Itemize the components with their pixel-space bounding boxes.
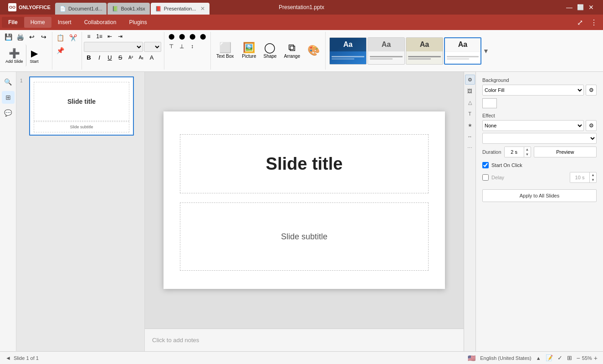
- theme-1[interactable]: Aa: [329, 37, 367, 65]
- menu-insert[interactable]: Insert: [51, 17, 78, 28]
- quick-redo-btn[interactable]: ↪: [38, 32, 49, 42]
- bg-color-swatch[interactable]: [482, 98, 497, 108]
- sidebar-search-btn[interactable]: 🔍: [2, 76, 15, 88]
- cut-btn[interactable]: ✂️: [67, 32, 79, 44]
- slide-settings-icon[interactable]: ⚙: [465, 75, 475, 85]
- main-canvas-area: Slide title Slide subtitle: [145, 72, 464, 329]
- delay-checkbox[interactable]: [482, 174, 489, 181]
- quick-save-btn[interactable]: 💾: [3, 32, 14, 42]
- font-color-btn[interactable]: A: [147, 53, 157, 62]
- language-label[interactable]: English (United States): [480, 355, 531, 361]
- theme-2[interactable]: Aa: [368, 37, 405, 65]
- kebab-menu-icon[interactable]: ⋮: [587, 18, 601, 27]
- notes-area[interactable]: Click to add notes: [145, 329, 464, 351]
- apply-all-slides-btn[interactable]: Apply to All Slides: [482, 189, 597, 202]
- effect-sub-select[interactable]: [482, 133, 597, 144]
- shape-settings-icon[interactable]: △: [465, 97, 475, 107]
- indent-increase-btn[interactable]: ⇥: [115, 32, 125, 41]
- menu-home[interactable]: Home: [24, 17, 51, 28]
- themes-dropdown-btn[interactable]: ▼: [482, 37, 490, 65]
- effect-section: Effect None ⚙: [482, 113, 597, 144]
- slide-nav-prev-btn[interactable]: ◄: [5, 355, 11, 361]
- minimize-btn[interactable]: —: [566, 4, 572, 11]
- restore-btn[interactable]: ⬜: [577, 4, 584, 10]
- insert-textbox-btn[interactable]: ⬜ Text Box: [213, 35, 237, 67]
- duration-down-btn[interactable]: ▼: [524, 152, 531, 157]
- effect-type-select[interactable]: None: [482, 120, 584, 131]
- effect-label: Effect: [482, 113, 597, 118]
- duration-input[interactable]: [505, 147, 524, 157]
- theme-4[interactable]: Aa: [444, 37, 481, 65]
- slide-title-box[interactable]: Slide title: [180, 134, 429, 193]
- delay-input[interactable]: [570, 172, 589, 182]
- slide-canvas[interactable]: Slide title Slide subtitle: [164, 111, 445, 289]
- subscript-btn[interactable]: A₂: [136, 53, 146, 62]
- copy-btn[interactable]: 📋: [54, 32, 66, 44]
- theme-3[interactable]: Aa: [406, 37, 443, 65]
- background-settings-btn[interactable]: ⚙: [586, 85, 597, 96]
- spell-check-icon[interactable]: ✓: [557, 354, 562, 361]
- transition-icon[interactable]: ↔: [465, 131, 475, 142]
- italic-btn[interactable]: I: [94, 53, 104, 62]
- background-type-select[interactable]: Color Fill: [482, 85, 584, 96]
- zoom-in-btn[interactable]: +: [594, 354, 598, 362]
- sidebar-slides-btn[interactable]: ⊞: [2, 91, 15, 104]
- close-btn[interactable]: ✕: [588, 4, 594, 11]
- arrange-dropdown-btn[interactable]: ⧉ Arrange: [281, 35, 303, 67]
- insert-shape-btn[interactable]: ◯ Shape: [261, 35, 279, 67]
- align-left-btn[interactable]: ⬤: [166, 32, 176, 41]
- paint-icon: 🎨: [307, 46, 320, 56]
- font-size-select[interactable]: [144, 42, 161, 52]
- delay-up-btn[interactable]: ▲: [590, 172, 596, 177]
- tab-excel[interactable]: 📗 Book1.xlsx: [107, 3, 149, 15]
- paste-btn[interactable]: 📌: [54, 45, 66, 56]
- presentation-tab-close[interactable]: ✕: [200, 5, 205, 12]
- text-settings-icon[interactable]: T: [465, 109, 475, 119]
- effect-settings-btn[interactable]: ⚙: [586, 120, 597, 131]
- insert-picture-btn[interactable]: 🖼️ Picture: [239, 35, 259, 67]
- indent-decrease-btn[interactable]: ⇤: [105, 32, 115, 41]
- superscript-btn[interactable]: A²: [126, 53, 136, 62]
- quick-undo-btn[interactable]: ↩: [26, 32, 37, 42]
- duration-up-btn[interactable]: ▲: [524, 147, 531, 152]
- preview-btn[interactable]: Preview: [534, 147, 597, 157]
- valign-top-btn[interactable]: ⊤: [166, 42, 176, 51]
- slide-subtitle-box[interactable]: Slide subtitle: [180, 202, 429, 271]
- more-settings-icon[interactable]: ⋯: [465, 143, 475, 153]
- line-spacing-btn[interactable]: ↕: [187, 42, 197, 51]
- justify-btn[interactable]: ⬤: [198, 32, 208, 41]
- paint-dropdown-btn[interactable]: 🎨: [305, 35, 322, 67]
- start-on-click-checkbox[interactable]: [482, 162, 489, 168]
- font-family-select[interactable]: [84, 42, 143, 52]
- numbering-btn[interactable]: 1≡: [94, 32, 104, 41]
- start-presentation-btn[interactable]: ▶ Start: [27, 45, 41, 66]
- sidebar-comments-btn[interactable]: 💬: [2, 106, 15, 119]
- align-center-btn[interactable]: ⬤: [177, 32, 187, 41]
- menu-plugins[interactable]: Plugins: [123, 17, 153, 28]
- expand-icon[interactable]: ⤢: [573, 18, 587, 27]
- underline-btn[interactable]: U: [105, 53, 115, 62]
- valign-middle-btn[interactable]: ⊥: [177, 42, 187, 51]
- slide-thumbnail-1[interactable]: Slide title Slide subtitle: [29, 76, 134, 136]
- bullets-btn[interactable]: ≡: [84, 32, 94, 41]
- menu-collaboration[interactable]: Collaboration: [78, 17, 123, 28]
- left-sidebar: 🔍 ⊞ 💬: [0, 72, 16, 351]
- image-settings-icon[interactable]: 🖼: [465, 86, 475, 96]
- language-dropdown-icon[interactable]: ▲: [536, 355, 541, 361]
- animation-icon[interactable]: ★: [465, 120, 475, 130]
- add-slide-btn[interactable]: ➕ Add Slide: [3, 45, 26, 66]
- tab-document[interactable]: 📄 Document1.d...: [55, 3, 107, 15]
- strikethrough-btn[interactable]: S: [115, 53, 125, 62]
- tab-presentation[interactable]: 📕 Presentation... ✕: [151, 3, 210, 15]
- quick-print-btn[interactable]: 🖨️: [15, 32, 26, 42]
- view-table-icon[interactable]: ⊞: [567, 354, 572, 361]
- delay-down-btn[interactable]: ▼: [590, 177, 596, 182]
- align-right-btn[interactable]: ⬤: [187, 32, 197, 41]
- bold-btn[interactable]: B: [84, 53, 94, 62]
- ribbon-group-quickaccess: 💾 🖨️ ↩ ↪ ➕ Add Slide ▶ Start: [3, 32, 52, 70]
- status-left: ◄ Slide 1 of 1: [5, 355, 39, 361]
- zoom-out-btn[interactable]: −: [577, 354, 580, 362]
- menu-file[interactable]: File: [2, 17, 24, 28]
- background-section: Background Color Fill ⚙: [482, 77, 597, 96]
- track-changes-icon[interactable]: 📝: [546, 354, 553, 361]
